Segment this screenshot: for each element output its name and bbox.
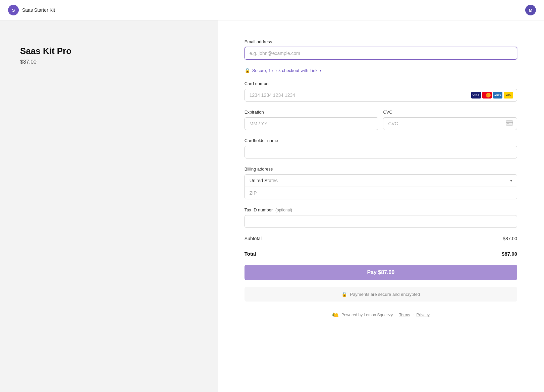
email-section: Email address [244, 39, 517, 60]
secure-link-row[interactable]: 🔒 Secure, 1-click checkout with Link ▾ [244, 68, 517, 73]
total-value: $87.00 [502, 251, 517, 257]
card-icons: VISA AMEX elo [471, 92, 513, 99]
total-label: Total [244, 251, 256, 257]
secure-link-text: Secure, 1-click checkout with Link [252, 68, 318, 73]
cvc-label: CVC [383, 110, 517, 115]
tax-id-input[interactable] [244, 215, 517, 228]
svg-rect-4 [507, 123, 509, 124]
cvc-group: CVC 123 [383, 110, 517, 130]
country-select-wrapper: United States Canada United Kingdom Aust… [245, 175, 517, 187]
lemon-squeezy-icon: 🍋 [332, 312, 339, 318]
billing-label: Billing address [244, 167, 517, 172]
elo-icon: elo [504, 92, 513, 99]
lock-icon-green: 🔒 [244, 68, 250, 73]
cvc-card-icon: 123 [506, 120, 513, 127]
billing-section: Billing address United States Canada Uni… [244, 167, 517, 199]
cardholder-label: Cardholder name [244, 138, 517, 143]
product-price: $87.00 [20, 59, 198, 65]
secure-badge: 🔒 Payments are secure and encrypted [244, 287, 517, 302]
separator-1: · [395, 313, 396, 317]
chevron-down-icon: ▾ [320, 68, 322, 73]
mastercard-icon [482, 92, 492, 99]
cvc-wrapper: 123 [383, 117, 517, 130]
zip-input[interactable] [245, 187, 517, 199]
expiration-label: Expiration [244, 110, 379, 115]
navbar: S Saas Starter Kit M [0, 0, 544, 20]
expiration-group: Expiration [244, 110, 379, 130]
cardholder-input[interactable]: Moe Iq [244, 146, 517, 158]
card-number-label: Card number [244, 81, 517, 86]
cvc-input[interactable] [383, 117, 517, 130]
visa-icon: VISA [471, 92, 481, 99]
checkout-footer: 🍋 Powered by Lemon Squeezy · Terms · Pri… [244, 308, 517, 325]
totals-section: Subtotal $87.00 Total $87.00 [244, 236, 517, 257]
nav-brand-group: S Saas Starter Kit [8, 5, 55, 15]
tax-id-section: Tax ID number (optional) [244, 207, 517, 228]
optional-tag: (optional) [275, 208, 292, 212]
totals-divider [244, 246, 517, 246]
brand-name: Saas Starter Kit [22, 7, 55, 13]
secure-badge-text: Payments are secure and encrypted [350, 292, 420, 297]
card-input-wrapper: VISA AMEX elo [244, 89, 517, 102]
subtotal-label: Subtotal [244, 236, 262, 241]
svg-text:123: 123 [510, 123, 513, 125]
lock-icon-gray: 🔒 [341, 291, 347, 297]
country-select[interactable]: United States Canada United Kingdom Aust… [245, 175, 517, 187]
terms-link[interactable]: Terms [399, 313, 410, 317]
amex-icon: AMEX [493, 92, 502, 99]
pay-button[interactable]: Pay $87.00 [244, 265, 517, 280]
left-panel: Saas Kit Pro $87.00 [0, 19, 218, 392]
expiration-input[interactable] [244, 117, 379, 130]
cardholder-section: Cardholder name Moe Iq [244, 138, 517, 158]
checkout-form-panel: Email address 🔒 Secure, 1-click checkout… [218, 19, 544, 392]
tax-id-label: Tax ID number (optional) [244, 207, 517, 212]
product-name: Saas Kit Pro [20, 46, 198, 56]
brand-avatar: S [8, 5, 19, 15]
privacy-link[interactable]: Privacy [417, 313, 430, 317]
mastercard-svg [483, 93, 491, 97]
card-number-section: Card number VISA AMEX elo [244, 81, 517, 102]
subtotal-value: $87.00 [503, 236, 517, 241]
email-label: Email address [244, 39, 517, 44]
user-avatar[interactable]: M [525, 5, 536, 15]
total-row: Total $87.00 [244, 251, 517, 257]
billing-group: United States Canada United Kingdom Aust… [244, 174, 517, 199]
email-input[interactable] [244, 47, 517, 60]
exp-cvc-section: Expiration CVC 123 [244, 110, 517, 130]
main-layout: Saas Kit Pro $87.00 Email address 🔒 Secu… [0, 19, 544, 392]
separator-2: · [413, 313, 414, 317]
subtotal-row: Subtotal $87.00 [244, 236, 517, 241]
powered-by-text: Powered by Lemon Squeezy [341, 313, 393, 317]
